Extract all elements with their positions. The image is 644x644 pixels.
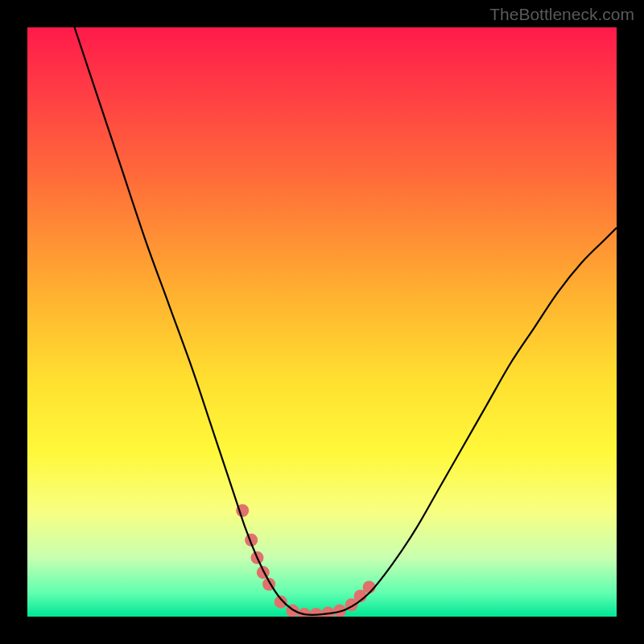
watermark-text: TheBottleneck.com [489,5,634,24]
marker-points [236,504,375,617]
marker-point [321,607,334,617]
bottleneck-curve [75,27,617,615]
plot-area [27,27,617,617]
marker-point [257,566,270,579]
curve-layer [27,27,617,617]
marker-point [275,596,287,609]
